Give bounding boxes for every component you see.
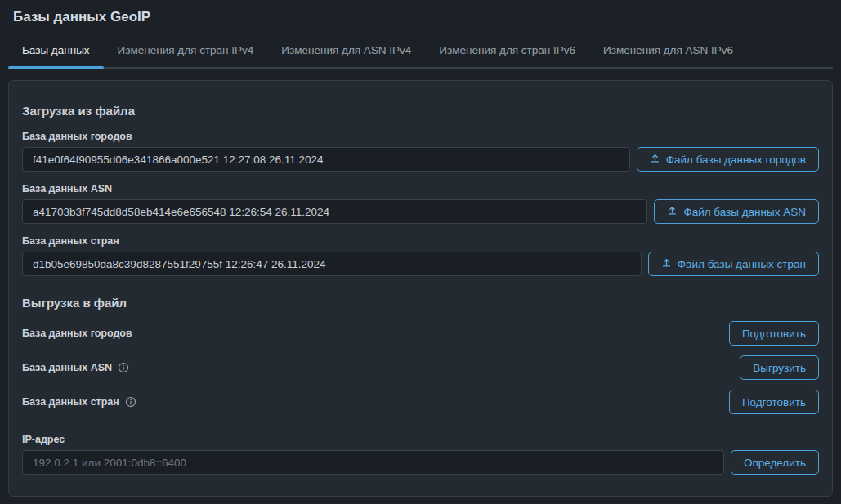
export-cities-label-text: База данных городов bbox=[22, 328, 132, 339]
export-row-asn: База данных ASN Выгрузить bbox=[22, 355, 819, 380]
upload-field-countries: База данных стран Файл базы данных стран bbox=[22, 235, 819, 276]
export-section-title: Выгрузка в файл bbox=[22, 296, 819, 310]
tab-asn-ipv4-changes[interactable]: Изменения для ASN IPv4 bbox=[267, 35, 425, 67]
tab-asn-ipv6-changes[interactable]: Изменения для ASN IPv6 bbox=[589, 35, 747, 67]
export-countries-label: База данных стран bbox=[22, 396, 136, 408]
export-asn-label: База данных ASN bbox=[22, 362, 129, 373]
ip-lookup-block: IP-адрес Определить bbox=[22, 434, 819, 475]
upload-countries-db-button-label: Файл базы данных стран bbox=[678, 258, 806, 270]
ip-address-label: IP-адрес bbox=[22, 434, 819, 445]
prepare-cities-button[interactable]: Подготовить bbox=[729, 321, 819, 346]
info-icon[interactable] bbox=[118, 362, 129, 373]
tab-country-ipv6-changes[interactable]: Изменения для стран IPv6 bbox=[425, 35, 589, 67]
upload-asn-db-button[interactable]: Файл базы данных ASN bbox=[654, 199, 819, 224]
asn-db-hash-input[interactable] bbox=[22, 199, 647, 224]
countries-db-label: База данных стран bbox=[22, 235, 819, 247]
tab-databases[interactable]: Базы данных bbox=[8, 35, 104, 67]
countries-db-hash-input[interactable] bbox=[22, 252, 642, 276]
export-asn-button[interactable]: Выгрузить bbox=[740, 355, 819, 380]
upload-icon bbox=[667, 205, 678, 218]
cities-db-hash-input[interactable] bbox=[22, 147, 630, 172]
upload-field-asn: База данных ASN Файл базы данных ASN bbox=[22, 183, 819, 224]
tab-country-ipv4-changes[interactable]: Изменения для стран IPv4 bbox=[104, 35, 268, 67]
upload-cities-db-button[interactable]: Файл базы данных городов bbox=[637, 147, 819, 172]
detect-ip-button[interactable]: Определить bbox=[731, 450, 819, 475]
prepare-countries-button[interactable]: Подготовить bbox=[729, 390, 819, 414]
export-cities-label: База данных городов bbox=[22, 328, 132, 339]
asn-db-label: База данных ASN bbox=[22, 183, 819, 194]
export-countries-label-text: База данных стран bbox=[22, 396, 119, 408]
databases-panel: Загрузка из файла База данных городов Фа… bbox=[8, 80, 833, 497]
upload-cities-db-button-label: Файл базы данных городов bbox=[666, 154, 806, 166]
export-asn-label-text: База данных ASN bbox=[22, 362, 112, 373]
info-icon[interactable] bbox=[125, 396, 136, 408]
upload-icon bbox=[661, 257, 672, 270]
page-title: Базы данных GeoIP bbox=[0, 0, 841, 29]
upload-icon bbox=[650, 153, 660, 166]
upload-asn-db-button-label: Файл базы данных ASN bbox=[683, 206, 806, 218]
tab-bar: Базы данных Изменения для стран IPv4 Изм… bbox=[8, 35, 833, 69]
export-row-cities: База данных городов Подготовить bbox=[22, 321, 819, 346]
ip-address-input[interactable] bbox=[22, 450, 724, 475]
upload-section-title: Загрузка из файла bbox=[22, 104, 819, 118]
cities-db-label: База данных городов bbox=[22, 131, 819, 142]
upload-field-cities: База данных городов Файл базы данных гор… bbox=[22, 131, 819, 172]
upload-countries-db-button[interactable]: Файл базы данных стран bbox=[648, 252, 819, 276]
export-row-countries: База данных стран Подготовить bbox=[22, 390, 819, 414]
